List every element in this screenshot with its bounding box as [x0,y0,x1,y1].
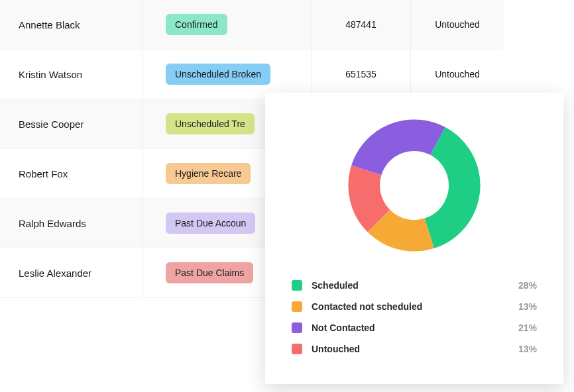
legend-swatch [292,280,302,291]
legend-label: Untouched [312,344,518,354]
legend-item: Scheduled 28% [292,275,537,296]
legend-swatch [292,344,302,354]
donut-chart [348,119,481,252]
patient-name: Bessie Cooper [0,99,143,148]
chart-card: Scheduled 28% Contacted not scheduled 13… [265,93,563,384]
donut-chart-wrapper [292,119,537,252]
legend-item: Not Contacted 21% [292,317,537,338]
legend-label: Contacted not scheduled [312,301,518,312]
legend-swatch [292,322,302,333]
legend-value: 13% [518,301,537,312]
status-badge: Confirmed [166,14,227,35]
id-cell: 651535 [312,50,411,99]
patient-name: Leslie Alexander [0,248,143,297]
patient-name: Annette Black [0,0,143,49]
status-badge: Past Due Claims [166,262,253,283]
legend-item: Contacted not scheduled 13% [292,296,537,317]
chart-legend: Scheduled 28% Contacted not scheduled 13… [292,275,537,360]
svg-point-4 [382,154,445,217]
id-cell: 487441 [312,0,411,49]
patient-name: Robert Fox [0,149,143,198]
legend-label: Not Contacted [312,322,518,333]
status-cell: Unscheduled Broken [143,50,312,99]
state-cell: Untouched [411,0,504,49]
legend-value: 13% [518,344,537,354]
status-badge: Hygiene Recare [166,163,251,184]
status-badge: Unscheduled Broken [166,64,270,85]
table-row[interactable]: Annette Black Confirmed 487441 Untouched [0,0,504,50]
legend-label: Scheduled [312,280,518,291]
legend-value: 21% [518,322,537,333]
status-badge: Past Due Accoun [166,213,255,234]
status-badge: Unscheduled Tre [166,113,255,134]
status-cell: Confirmed [143,0,312,49]
legend-item: Untouched 13% [292,338,537,360]
table-row[interactable]: Kristin Watson Unscheduled Broken 651535… [0,50,504,99]
legend-value: 28% [518,280,537,291]
patient-name: Ralph Edwards [0,199,143,248]
patient-name: Kristin Watson [0,50,143,99]
legend-swatch [292,301,302,312]
state-cell: Untouched [411,50,504,99]
